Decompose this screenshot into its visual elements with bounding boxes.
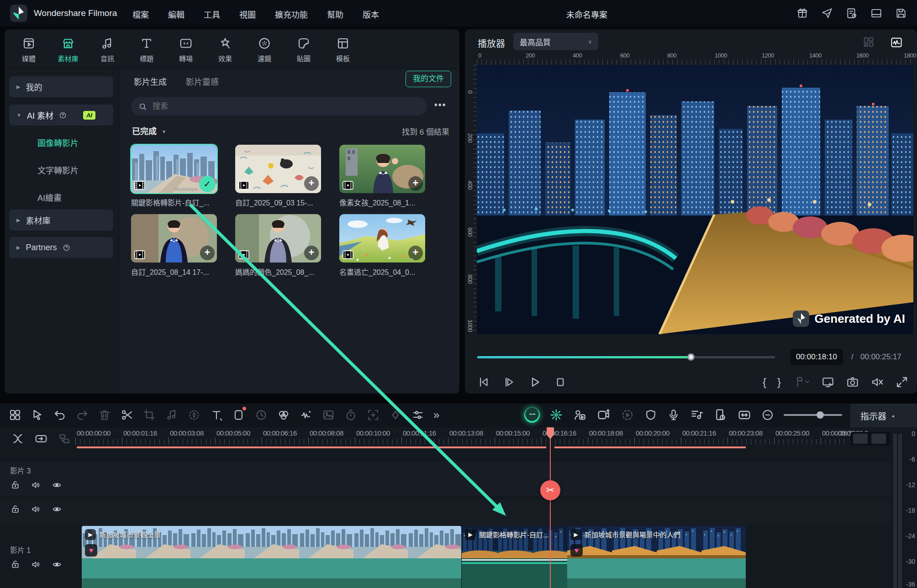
preview-progress-bar[interactable] bbox=[477, 356, 775, 358]
undo-icon[interactable] bbox=[53, 408, 67, 422]
freeze-frame-icon[interactable] bbox=[366, 408, 380, 422]
help-icon[interactable] bbox=[59, 111, 67, 119]
lock-icon[interactable] bbox=[10, 480, 21, 490]
tab-transitions[interactable]: 轉場 bbox=[166, 29, 206, 63]
menu-view[interactable]: 視圖 bbox=[239, 8, 256, 20]
library-item-2[interactable]: + bbox=[235, 145, 321, 193]
speed-icon[interactable] bbox=[254, 408, 268, 422]
add-to-timeline-button[interactable]: + bbox=[200, 246, 215, 260]
tab-effects[interactable]: 效果 bbox=[206, 29, 245, 63]
audio-music-icon[interactable] bbox=[165, 408, 179, 422]
quality-dropdown[interactable]: 最高品質 ∨ bbox=[513, 33, 598, 50]
audio-list-icon[interactable] bbox=[690, 408, 704, 422]
marker-button[interactable] bbox=[792, 375, 810, 389]
ai-companion-icon[interactable] bbox=[524, 407, 540, 423]
speaker-icon[interactable] bbox=[31, 504, 41, 514]
eye-icon[interactable] bbox=[52, 504, 62, 514]
menu-extensions[interactable]: 擴充功能 bbox=[275, 8, 308, 20]
text-tool-icon[interactable] bbox=[210, 408, 223, 422]
clip-audio-singapore-pano[interactable] bbox=[82, 558, 461, 578]
sidebar-item-text-to-video[interactable]: 文字轉影片 bbox=[37, 164, 79, 176]
more-tools-button[interactable]: » bbox=[433, 409, 439, 421]
filmora-logo[interactable] bbox=[10, 5, 27, 22]
library-item-3[interactable]: + bbox=[339, 145, 425, 193]
lock-icon[interactable] bbox=[10, 504, 21, 514]
tab-stock-media[interactable]: 素材庫 bbox=[48, 29, 88, 63]
my-files-button[interactable]: 我的文件 bbox=[406, 71, 451, 87]
indicator-dropdown[interactable]: 指示器 ▲ bbox=[850, 404, 917, 427]
speaker-icon[interactable] bbox=[31, 559, 41, 570]
zoom-out-icon[interactable] bbox=[761, 408, 775, 422]
library-item-4[interactable]: + bbox=[131, 214, 217, 262]
more-options-button[interactable]: ⋯ bbox=[434, 98, 447, 112]
clip-audio-singapore-people[interactable] bbox=[567, 558, 746, 578]
snap-icon[interactable] bbox=[11, 432, 25, 446]
microphone-icon[interactable] bbox=[667, 408, 680, 422]
task-list-icon[interactable] bbox=[846, 7, 858, 19]
stop-button[interactable] bbox=[553, 375, 567, 389]
add-video-icon[interactable] bbox=[596, 408, 611, 422]
render-preview-icon[interactable] bbox=[620, 408, 635, 422]
tab-stickers[interactable]: 貼圖 bbox=[284, 29, 323, 63]
menu-version[interactable]: 版本 bbox=[363, 8, 379, 20]
sidebar-item-ai-assets[interactable]: ▼ AI 素材 AI bbox=[9, 105, 113, 126]
redo-icon[interactable] bbox=[75, 408, 89, 422]
display-device-button[interactable] bbox=[821, 375, 835, 389]
split-scissors-icon[interactable] bbox=[120, 408, 134, 422]
menu-edit[interactable]: 編輯 bbox=[168, 8, 184, 20]
timeline-zoom-slider[interactable] bbox=[784, 414, 842, 416]
previous-frame-button[interactable] bbox=[477, 375, 490, 389]
save-icon[interactable] bbox=[895, 7, 907, 19]
mute-button[interactable] bbox=[870, 375, 884, 389]
mark-in-button[interactable]: { bbox=[763, 376, 766, 388]
avatar-video-icon[interactable] bbox=[573, 408, 587, 422]
shield-icon[interactable] bbox=[644, 408, 658, 422]
scope-view-icon[interactable] bbox=[890, 36, 903, 49]
share-icon[interactable] bbox=[821, 7, 833, 19]
sidebar-item-ai-painting[interactable]: AI繪畫 bbox=[37, 191, 62, 203]
tab-titles[interactable]: 標題 bbox=[127, 29, 166, 63]
timeline-clip-keyframe-ai[interactable]: ▶ 關鍵影格轉影片-自訂... bbox=[462, 526, 567, 558]
keyframe-diamond-icon[interactable] bbox=[389, 408, 402, 422]
menu-tools[interactable]: 工具 bbox=[204, 8, 220, 20]
timeline-h-scrollbar[interactable] bbox=[850, 432, 891, 446]
sidebar-item-image-to-video[interactable]: 圖像轉影片 bbox=[37, 136, 79, 148]
tab-media[interactable]: 媒體 bbox=[9, 29, 48, 63]
timeline-ruler[interactable]: 00:00:00:00 00:00:01:16 00:00:03:08 00:0… bbox=[75, 427, 847, 448]
add-to-timeline-button[interactable]: + bbox=[408, 176, 423, 191]
crop-icon[interactable] bbox=[142, 408, 156, 422]
playhead-marker[interactable] bbox=[545, 427, 556, 442]
search-bar[interactable] bbox=[131, 97, 427, 116]
timeline-clip-singapore-pano[interactable]: ▶ 新加坡城市景觀全景 ♥ bbox=[82, 526, 461, 558]
timeline-clip-singapore-people[interactable]: ▶ 新加坡城市景觀與場景中的人們 ♥ bbox=[567, 526, 746, 558]
media-browser-icon[interactable] bbox=[8, 408, 22, 422]
mark-out-button[interactable]: } bbox=[777, 376, 781, 388]
timer-icon[interactable] bbox=[344, 408, 358, 422]
fit-timeline-icon[interactable] bbox=[737, 408, 752, 422]
gift-icon[interactable] bbox=[796, 7, 808, 19]
layout-icon[interactable] bbox=[870, 7, 882, 19]
video-preview[interactable]: Generated by AI bbox=[477, 65, 913, 334]
library-item-6[interactable]: + bbox=[339, 214, 425, 262]
tab-video-inspiration[interactable]: 影片靈感 bbox=[186, 75, 219, 87]
zoom-slider-handle[interactable] bbox=[817, 411, 824, 419]
sidebar-item-mine[interactable]: ▶ 我的 bbox=[9, 76, 113, 97]
delete-icon[interactable] bbox=[98, 408, 111, 422]
menu-help[interactable]: 幫助 bbox=[327, 8, 343, 20]
clip-audio-keyframe-ai[interactable] bbox=[462, 558, 567, 588]
lock-icon[interactable] bbox=[10, 559, 21, 570]
snapshot-button[interactable] bbox=[846, 375, 859, 389]
sidebar-item-stock[interactable]: ▶ 素材庫 bbox=[9, 210, 113, 231]
speaker-icon[interactable] bbox=[31, 480, 41, 490]
add-to-timeline-button[interactable]: + bbox=[304, 246, 319, 260]
ai-audio-icon[interactable] bbox=[299, 408, 313, 422]
library-item-1[interactable]: Generated by AI ✓ bbox=[131, 145, 217, 193]
blend-color-icon[interactable] bbox=[277, 408, 290, 422]
tab-video-generation[interactable]: 影片生成 bbox=[134, 75, 167, 87]
tab-audio[interactable]: 音訊 bbox=[88, 29, 127, 63]
image-edit-icon[interactable] bbox=[321, 408, 335, 422]
filter-dropdown[interactable]: 已完成 ▼ bbox=[132, 125, 166, 136]
grid-view-icon[interactable] bbox=[862, 36, 875, 48]
track3-lane[interactable] bbox=[0, 462, 891, 496]
mask-icon[interactable] bbox=[187, 408, 201, 422]
